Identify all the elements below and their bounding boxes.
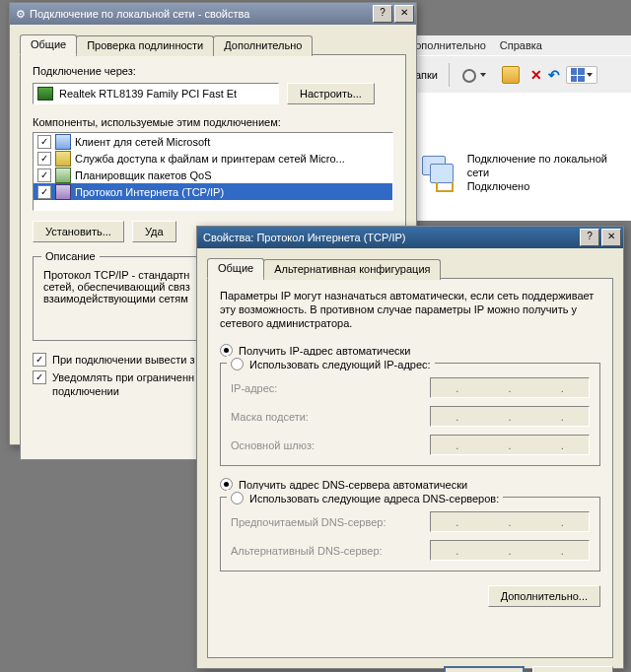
connection-item[interactable]: Подключение по локальной сети Подключено	[422, 152, 631, 193]
radio[interactable]	[231, 492, 244, 504]
radio-label: Получить адрес DNS-сервера автоматически	[239, 479, 467, 491]
checkbox[interactable]	[33, 353, 46, 367]
views-icon	[571, 68, 585, 82]
configure-button[interactable]: Настроить...	[287, 83, 375, 104]
tab-alternate[interactable]: Альтернативная конфигурация	[263, 259, 441, 280]
toolbar-button[interactable]	[497, 63, 525, 87]
list-item-label: Служба доступа к файлам и принтерам сете…	[75, 153, 345, 165]
uninstall-button[interactable]: Уда	[132, 221, 176, 242]
list-item[interactable]: Служба доступа к файлам и принтерам сете…	[34, 150, 392, 167]
manual-ip-group: Использовать следующий IP-адрес: IP-адре…	[220, 363, 600, 466]
service-icon	[55, 151, 71, 167]
radio-manual-dns[interactable]: Использовать следующие адреса DNS-сервер…	[231, 492, 499, 504]
checkbox[interactable]	[37, 152, 51, 166]
toolbar-button[interactable]	[456, 64, 491, 86]
list-item[interactable]: Планировщик пакетов QoS	[34, 167, 392, 183]
menu-item[interactable]: Справка	[500, 39, 542, 51]
gateway-field: ...	[430, 435, 590, 455]
delete-icon[interactable]: ✕	[530, 67, 542, 83]
ok-button[interactable]: OK	[444, 666, 525, 672]
manual-dns-group: Использовать следующие адреса DNS-сервер…	[220, 497, 600, 571]
intro-text: Параметры IP могут назначаться автоматич…	[220, 289, 600, 330]
label: Маска подсети:	[231, 411, 309, 423]
checkbox[interactable]	[37, 135, 51, 149]
list-item[interactable]: Клиент для сетей Microsoft	[34, 133, 392, 150]
subnet-mask-field: ...	[430, 406, 590, 427]
client-icon	[55, 134, 71, 150]
window-title: Подключение по локальной сети - свойства	[30, 8, 249, 20]
adapter-name: Realtek RTL8139 Family PCI Fast Et	[59, 88, 237, 100]
gear-icon	[460, 67, 476, 83]
radio-label: Получить IP-адрес автоматически	[239, 345, 410, 357]
label: IP-адрес:	[231, 382, 277, 394]
help-button[interactable]: ?	[580, 229, 599, 246]
tab-advanced[interactable]: Дополнительно	[213, 35, 313, 56]
checkbox[interactable]	[37, 185, 51, 199]
menu-item[interactable]: Дополнительно	[408, 39, 486, 51]
connection-text: Подключение по локальной сети Подключено	[467, 152, 631, 193]
checkbox[interactable]	[37, 168, 51, 182]
label: Альтернативный DNS-сервер:	[231, 545, 383, 557]
radio-label: Использовать следующий IP-адрес:	[249, 359, 431, 370]
tabstrip: Общие Альтернативная конфигурация	[207, 258, 613, 279]
checkbox-label: При подключении вывести з	[52, 353, 194, 367]
window-tcpip-properties: Свойства: Протокол Интернета (TCP/IP) ? …	[196, 226, 624, 669]
help-button[interactable]: ?	[373, 5, 392, 23]
dialog-icon: ⚙	[16, 8, 26, 21]
label: Подключение через:	[33, 65, 393, 77]
label: Компоненты, используемые этим подключени…	[33, 116, 393, 128]
window-title: Свойства: Протокол Интернета (TCP/IP)	[203, 232, 405, 243]
views-button[interactable]	[566, 66, 597, 84]
nic-icon	[37, 87, 53, 101]
cancel-button[interactable]: Отмена	[532, 666, 613, 672]
radio-label: Использовать следующие адреса DNS-сервер…	[249, 493, 499, 504]
checkbox[interactable]	[33, 370, 46, 384]
list-item-label: Планировщик пакетов QoS	[75, 169, 212, 181]
tab-general[interactable]: Общие	[207, 258, 264, 279]
label: Предпочитаемый DNS-сервер:	[231, 516, 386, 528]
radio-manual-ip[interactable]: Использовать следующий IP-адрес:	[231, 358, 431, 370]
network-connection-icon	[422, 156, 461, 189]
adapter-field: Realtek RTL8139 Family PCI Fast Et	[33, 83, 279, 104]
folder-icon	[502, 66, 520, 84]
preferred-dns-field: ...	[430, 511, 590, 532]
advanced-button[interactable]: Дополнительно...	[488, 585, 600, 607]
undo-icon[interactable]: ↶	[548, 67, 560, 83]
protocol-icon	[55, 184, 71, 200]
chevron-down-icon	[587, 73, 593, 77]
components-list[interactable]: Клиент для сетей Microsoft Служба доступ…	[33, 132, 393, 211]
install-button[interactable]: Установить...	[33, 221, 124, 242]
checkbox-label: Уведомлять при ограниченн подключении	[52, 370, 194, 398]
close-button[interactable]: ✕	[394, 5, 414, 23]
tabstrip: Общие Проверка подлинности Дополнительно	[20, 34, 406, 55]
chevron-down-icon	[480, 73, 486, 77]
list-item-label: Протокол Интернета (TCP/IP)	[75, 186, 224, 198]
list-item[interactable]: Протокол Интернета (TCP/IP)	[34, 183, 392, 200]
titlebar: Свойства: Протокол Интернета (TCP/IP) ? …	[197, 227, 623, 248]
radio[interactable]	[231, 358, 244, 370]
service-icon	[55, 168, 71, 183]
alternate-dns-field: ...	[430, 540, 590, 561]
tab-general[interactable]: Общие	[20, 34, 77, 55]
group-title: Описание	[41, 250, 100, 262]
label: Основной шлюз:	[231, 439, 315, 451]
titlebar: ⚙ Подключение по локальной сети - свойст…	[10, 3, 416, 25]
list-item-label: Клиент для сетей Microsoft	[75, 136, 210, 148]
tab-auth[interactable]: Проверка подлинности	[76, 35, 214, 56]
ip-address-field: ...	[430, 377, 590, 398]
close-button[interactable]: ✕	[601, 229, 621, 246]
